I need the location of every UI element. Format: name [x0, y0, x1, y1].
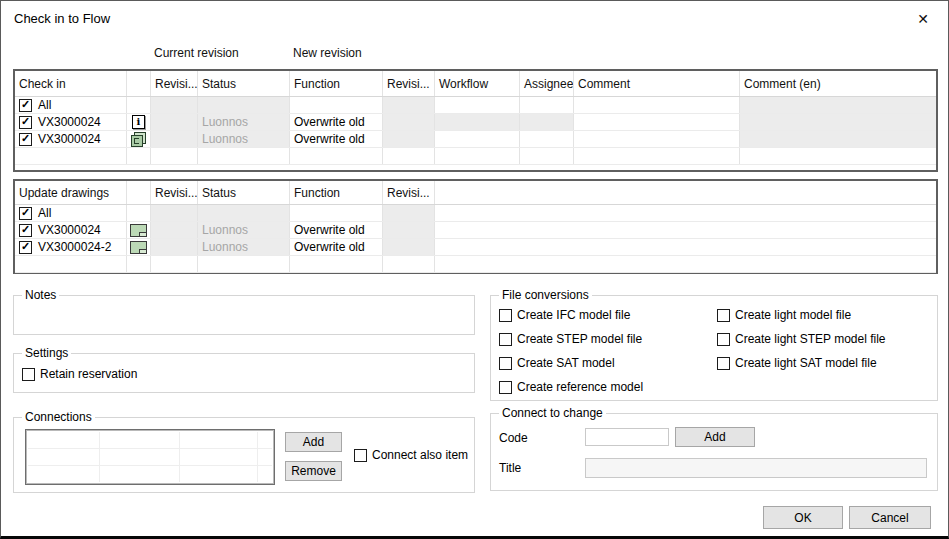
create-light-model-checkbox[interactable] [717, 309, 730, 322]
create-ifc-checkbox[interactable] [499, 309, 512, 322]
create-step-label: Create STEP model file [517, 332, 642, 346]
header-update-drawings[interactable]: Update drawings [15, 181, 127, 204]
header-status[interactable]: Status [198, 71, 290, 96]
checkin-row-all[interactable]: ✓ All [15, 97, 936, 114]
row-checkbox[interactable]: ✓ [19, 99, 32, 112]
row-checkbox[interactable]: ✓ [19, 241, 32, 254]
function-cell[interactable]: Overwrite old [290, 131, 383, 147]
model-icon [131, 132, 146, 147]
create-sat-checkbox[interactable] [499, 357, 512, 370]
row-label: All [38, 206, 51, 220]
update-row-all[interactable]: ✓ All [15, 205, 936, 222]
function-cell[interactable]: Overwrite old [290, 239, 383, 255]
retain-reservation-checkbox[interactable] [22, 368, 35, 381]
header-revision-1[interactable]: Revisi... [151, 71, 198, 96]
ok-button[interactable]: OK [763, 506, 843, 529]
workflow-cell[interactable] [435, 97, 520, 113]
header-status[interactable]: Status [198, 181, 290, 204]
row-icon-cell [127, 205, 151, 221]
comment-en-cell [740, 114, 936, 130]
connections-cell [258, 449, 272, 465]
connections-cell [100, 449, 180, 465]
workflow-cell [435, 114, 520, 130]
create-step-option[interactable]: Create STEP model file [499, 332, 642, 346]
comment-cell[interactable] [574, 97, 740, 113]
title-input[interactable] [585, 458, 927, 478]
header-revision-1[interactable]: Revisi... [151, 181, 198, 204]
comment-cell[interactable] [574, 114, 740, 130]
revision-cell [151, 239, 198, 255]
create-step-checkbox[interactable] [499, 333, 512, 346]
comment-en-cell [740, 131, 936, 147]
header-comment[interactable]: Comment [574, 71, 740, 96]
header-function[interactable]: Function [290, 181, 383, 204]
connections-list-row [28, 432, 272, 449]
status-cell [198, 205, 290, 221]
status-cell [198, 97, 290, 113]
connections-list-row [28, 449, 272, 466]
connect-add-button[interactable]: Add [675, 427, 755, 447]
create-light-step-checkbox[interactable] [717, 333, 730, 346]
connections-cell [180, 449, 258, 465]
header-workflow[interactable]: Workflow [435, 71, 520, 96]
connections-cell [100, 432, 180, 448]
connect-also-item-option[interactable]: Connect also item [354, 448, 468, 462]
checkin-table-header: Check in Revisi... Status Function Revis… [15, 71, 936, 97]
create-light-sat-checkbox[interactable] [717, 357, 730, 370]
header-function[interactable]: Function [290, 71, 383, 96]
create-sat-option[interactable]: Create SAT model [499, 356, 615, 370]
info-icon[interactable]: i [132, 115, 145, 129]
header-comment-en[interactable]: Comment (en) [740, 71, 936, 96]
checkmark-icon: ✓ [21, 241, 30, 252]
function-cell[interactable] [290, 97, 383, 113]
header-icon-col[interactable] [127, 181, 151, 204]
header-revision-2[interactable]: Revisi... [383, 71, 435, 96]
empty-cell [435, 239, 936, 255]
function-cell[interactable] [290, 205, 383, 221]
checkin-table: Check in Revisi... Status Function Revis… [13, 69, 938, 172]
assignee-cell[interactable] [520, 131, 574, 147]
connections-cell [180, 432, 258, 448]
row-label: VX3000024 [38, 115, 101, 129]
function-cell[interactable]: Overwrite old [290, 114, 383, 130]
assignee-cell[interactable] [520, 97, 574, 113]
row-name-cell: ✓ VX3000024 [15, 222, 127, 238]
header-revision-2[interactable]: Revisi... [383, 181, 435, 204]
file-conversions-group-label: File conversions [499, 288, 592, 302]
retain-reservation-option[interactable]: Retain reservation [22, 367, 137, 381]
connections-list[interactable] [25, 429, 275, 485]
close-icon[interactable]: ✕ [914, 10, 932, 28]
drawing-icon [130, 224, 147, 237]
empty-cell [435, 205, 936, 221]
create-reference-checkbox[interactable] [499, 381, 512, 394]
row-checkbox[interactable]: ✓ [19, 133, 32, 146]
update-row-vx3000024[interactable]: ✓ VX3000024 Luonnos Overwrite old [15, 222, 936, 239]
title-bar: Check in to Flow ✕ [1, 1, 948, 35]
connect-also-item-checkbox[interactable] [354, 449, 367, 462]
row-checkbox[interactable]: ✓ [19, 116, 32, 129]
workflow-cell[interactable] [435, 131, 520, 147]
create-light-sat-option[interactable]: Create light SAT model file [717, 356, 877, 370]
comment-cell[interactable] [574, 131, 740, 147]
create-light-step-option[interactable]: Create light STEP model file [717, 332, 886, 346]
row-checkbox[interactable]: ✓ [19, 207, 32, 220]
header-icon-col[interactable] [127, 71, 151, 96]
code-input[interactable] [585, 428, 669, 446]
connections-add-button[interactable]: Add [285, 432, 342, 452]
create-ifc-option[interactable]: Create IFC model file [499, 308, 630, 322]
checkin-row-vx3000024-model[interactable]: ✓ VX3000024 Luonnos Overwrite old [15, 131, 936, 148]
revision2-cell [383, 239, 435, 255]
connections-group: Connections Add Remove [13, 417, 475, 493]
cancel-button[interactable]: Cancel [849, 506, 931, 529]
row-checkbox[interactable]: ✓ [19, 224, 32, 237]
header-assignee[interactable]: Assignee [520, 71, 574, 96]
connections-remove-button[interactable]: Remove [285, 461, 342, 481]
header-check-in[interactable]: Check in [15, 71, 127, 96]
create-light-model-option[interactable]: Create light model file [717, 308, 851, 322]
checkin-row-vx3000024-info[interactable]: ✓ VX3000024 i Luonnos Overwrite old [15, 114, 936, 131]
create-reference-option[interactable]: Create reference model [499, 380, 643, 394]
update-row-vx3000024-2[interactable]: ✓ VX3000024-2 Luonnos Overwrite old [15, 239, 936, 256]
empty-cell [290, 148, 383, 164]
row-label: VX3000024 [38, 223, 101, 237]
function-cell[interactable]: Overwrite old [290, 222, 383, 238]
